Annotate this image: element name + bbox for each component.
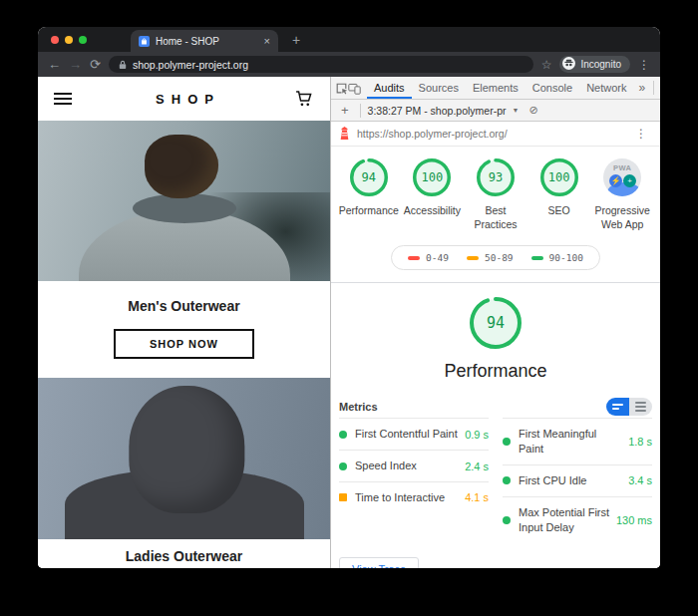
shop-now-button[interactable]: SHOP NOW [114, 329, 254, 359]
window-controls[interactable] [38, 27, 99, 52]
list-view-icon[interactable] [629, 398, 652, 416]
incognito-label: Incognito [580, 59, 621, 70]
screen-background: Home - SHOP × + ← → ⟳ shop.polymer-proje… [0, 0, 698, 616]
metric-first-meaningful-paint: First Meaningful Paint 1.8 s [503, 418, 652, 464]
clear-audits-icon[interactable]: ⊘ [528, 104, 537, 117]
mens-title: Men's Outerwear [38, 298, 330, 314]
condensed-view-icon[interactable] [606, 398, 629, 416]
legend-fail-icon [408, 256, 420, 260]
site-brand[interactable]: SHOP [156, 92, 220, 107]
minimize-window-button[interactable] [65, 36, 73, 44]
metric-rating-icon [503, 438, 511, 446]
tab-close-icon[interactable]: × [264, 36, 270, 47]
incognito-badge: Incognito [559, 56, 630, 73]
address-bar[interactable]: shop.polymer-project.org [109, 56, 533, 73]
devtools-menu-icon[interactable]: ⋮ [657, 81, 660, 95]
seo-score-gauge: 100 [540, 158, 578, 196]
metric-rating-icon [503, 476, 511, 484]
tab-title: Home - SHOP [156, 36, 258, 47]
score-best-practices[interactable]: 93 Best Practices [464, 158, 527, 231]
metric-first-contentful-paint: First Contentful Paint 0.9 s [339, 418, 489, 450]
score-performance[interactable]: 94 Performance [337, 158, 401, 231]
devtools-tab-elements[interactable]: Elements [466, 77, 525, 99]
inspect-element-icon[interactable] [335, 77, 348, 99]
devtools-tabbar: Audits Sources Elements Console Network … [331, 77, 660, 100]
devtools-panel: Audits Sources Elements Console Network … [330, 77, 660, 568]
score-legend: 0-49 50-89 90-100 [331, 245, 660, 270]
mens-section: Men's Outerwear SHOP NOW [38, 281, 330, 378]
address-url: shop.polymer-project.org [133, 59, 248, 71]
new-tab-button[interactable]: + [292, 32, 300, 52]
browser-window: Home - SHOP × + ← → ⟳ shop.polymer-proje… [38, 27, 660, 568]
metric-rating-icon [339, 431, 347, 439]
devtools-tab-console[interactable]: Console [525, 77, 579, 99]
metrics-header: Metrics [339, 398, 652, 416]
hamburger-menu-icon[interactable] [54, 93, 72, 105]
bookmark-star-icon[interactable]: ☆ [541, 58, 552, 72]
metrics-grid: First Contentful Paint 0.9 s Speed Index… [339, 418, 652, 542]
metric-time-to-interactive: Time to Interactive 4.1 s [339, 481, 489, 513]
device-toolbar-icon[interactable] [348, 77, 361, 99]
metrics-label: Metrics [339, 401, 378, 413]
metric-rating-icon [339, 493, 347, 501]
view-trace-button[interactable]: View Trace [339, 557, 419, 569]
chevron-down-icon: ▼ [513, 107, 520, 114]
site-viewport: SHOP Men's Outerwear SHOP NOW [38, 77, 330, 568]
devtools-tab-sources[interactable]: Sources [412, 77, 466, 99]
report-menu-icon[interactable]: ⋮ [630, 127, 652, 141]
best-practices-score-gauge: 93 [477, 158, 515, 196]
metric-rating-icon [339, 462, 347, 470]
ladies-section: Ladies Outerwear [38, 539, 330, 568]
performance-section: 94 Performance Metrics [331, 283, 660, 568]
lighthouse-icon [339, 127, 350, 142]
score-seo[interactable]: 100 SEO [527, 158, 591, 231]
lock-icon [119, 60, 127, 70]
new-audit-icon[interactable]: + [337, 103, 353, 118]
audit-run-bar: + 3:38:27 PM - shop.polymer-pr ▼ ⊘ [331, 100, 660, 122]
forward-icon[interactable]: → [69, 58, 82, 71]
performance-title: Performance [339, 361, 652, 382]
audit-run-select[interactable]: 3:38:27 PM - shop.polymer-pr [368, 105, 507, 117]
tab-strip: Home - SHOP × + [38, 27, 660, 52]
cart-icon[interactable] [294, 89, 314, 109]
score-pwa[interactable]: PWA ⚡ + Progressive Web App [590, 158, 654, 231]
reload-icon[interactable]: ⟳ [90, 58, 101, 71]
audited-url: https://shop.polymer-project.org/ [357, 128, 623, 140]
shop-favicon-icon [139, 36, 150, 47]
metrics-view-toggle [606, 398, 652, 416]
pwa-badge-icon: PWA ⚡ + [603, 158, 641, 196]
score-summary: 94 Performance 100 Accessibility 93 Best… [331, 147, 660, 233]
metric-speed-index: Speed Index 2.4 s [339, 450, 489, 481]
fullscreen-window-button[interactable] [79, 36, 87, 44]
close-window-button[interactable] [51, 36, 59, 44]
performance-score-gauge: 94 [350, 158, 388, 196]
browser-toolbar: ← → ⟳ shop.polymer-project.org ☆ Incogni… [38, 52, 660, 77]
ladies-hero-image[interactable] [38, 378, 330, 539]
back-icon[interactable]: ← [48, 58, 61, 71]
chrome-menu-icon[interactable]: ⋮ [638, 58, 650, 72]
site-header: SHOP [38, 77, 330, 121]
metric-rating-icon [503, 516, 511, 524]
metric-first-cpu-idle: First CPU Idle 3.4 s [503, 464, 652, 496]
metric-max-potential-fid: Max Potential First Input Delay 130 ms [503, 496, 652, 543]
browser-tab[interactable]: Home - SHOP × [131, 30, 278, 52]
score-accessibility[interactable]: 100 Accessibility [401, 158, 465, 231]
ladies-title: Ladies Outerwear [38, 548, 330, 564]
performance-detail-gauge: 94 [470, 297, 522, 349]
devtools-tab-network[interactable]: Network [579, 77, 633, 99]
legend-pass-icon [531, 256, 543, 260]
accessibility-score-gauge: 100 [413, 158, 451, 196]
audited-url-row: https://shop.polymer-project.org/ ⋮ [331, 122, 660, 147]
legend-average-icon [467, 256, 479, 260]
more-tabs-icon[interactable]: » [634, 81, 651, 95]
devtools-tab-audits[interactable]: Audits [367, 77, 412, 99]
mens-hero-image[interactable] [38, 121, 330, 281]
incognito-icon [562, 56, 575, 74]
